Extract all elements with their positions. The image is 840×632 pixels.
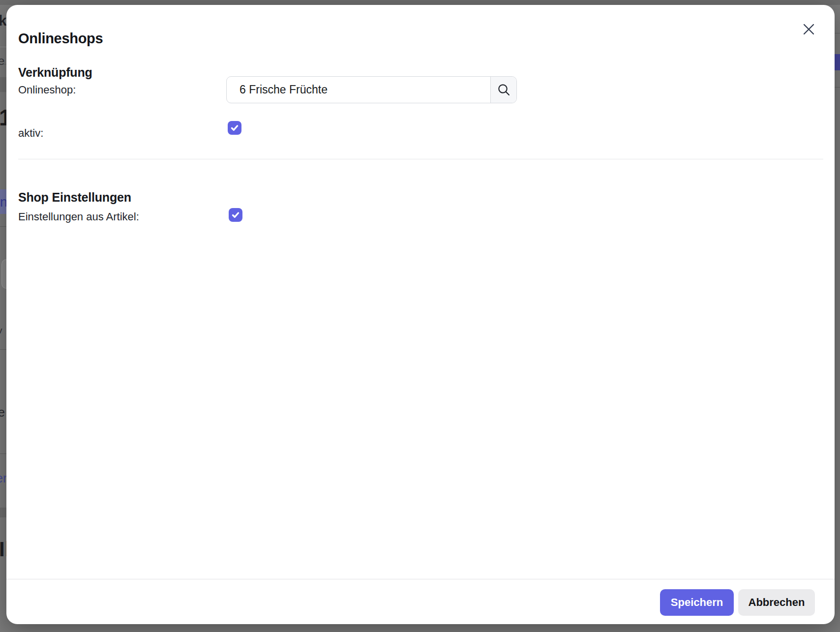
backdrop-text-fragment: e <box>0 55 4 67</box>
onlineshop-search-button[interactable] <box>490 77 516 103</box>
check-icon <box>231 211 240 219</box>
backdrop-pill-fragment <box>1 259 6 289</box>
close-button[interactable] <box>798 19 819 39</box>
backdrop-row-line <box>0 226 6 227</box>
backdrop-row-line <box>0 47 6 47</box>
close-icon <box>803 24 814 35</box>
dialog-title: Onlineshops <box>18 30 103 46</box>
search-icon <box>497 83 510 96</box>
backdrop-chip-fragment <box>0 508 6 517</box>
backdrop-text-fragment: e <box>0 406 5 419</box>
einstellungen-aus-artikel-checkbox[interactable] <box>229 208 242 222</box>
backdrop-row-line <box>835 87 840 88</box>
backdrop-row-line <box>0 349 6 350</box>
save-button[interactable]: Speichern <box>660 589 734 616</box>
backdrop-top-band <box>0 0 840 5</box>
onlineshops-dialog: Onlineshops Verknüpfung Onlineshop: akti… <box>6 5 835 624</box>
backdrop-row-line <box>835 33 840 33</box>
backdrop-text-fragment: v <box>0 326 2 335</box>
aktiv-label: aktiv: <box>18 127 43 139</box>
aktiv-checkbox[interactable] <box>228 121 241 135</box>
section-heading-shop-einstellungen: Shop Einstellungen <box>18 191 131 204</box>
onlineshop-search-field <box>226 76 517 103</box>
backdrop-button-fragment <box>835 54 840 70</box>
backdrop-text-fragment: k <box>0 13 7 28</box>
cancel-button[interactable]: Abbrechen <box>738 589 815 616</box>
check-icon <box>230 123 239 132</box>
onlineshop-label: Onlineshop: <box>18 84 76 96</box>
backdrop-row-line <box>0 453 6 454</box>
backdrop-row-band <box>0 77 6 92</box>
footer-divider <box>6 579 835 579</box>
section-divider <box>18 159 823 159</box>
onlineshop-input[interactable] <box>227 77 490 103</box>
section-heading-verknuepfung: Verknüpfung <box>18 66 92 79</box>
einstellungen-aus-artikel-label: Einstellungen aus Artikel: <box>18 211 139 223</box>
